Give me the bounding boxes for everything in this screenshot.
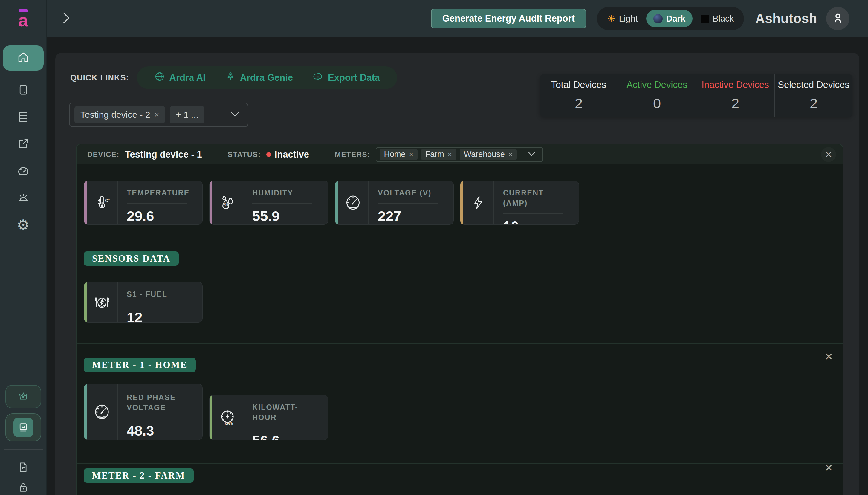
- section-divider: [76, 343, 843, 344]
- sidebar-item-data[interactable]: [16, 110, 30, 124]
- card-value: 12: [127, 309, 195, 323]
- device-chip: Testing device - 2 ×: [74, 106, 165, 123]
- theme-light-label: Light: [619, 14, 638, 23]
- card-accent: [335, 181, 338, 224]
- card-body: CURRENT (AMP) 10: [494, 181, 579, 224]
- quick-link-export-data[interactable]: Export Data: [313, 71, 380, 84]
- card-label: S1 - FUEL: [127, 289, 195, 300]
- card-label: RED PHASE VOLTAGE: [127, 392, 195, 413]
- logo-letter: a: [18, 13, 28, 28]
- stat-inactive-devices: Inactive Devices 2: [696, 74, 774, 117]
- quick-link-ardra-genie[interactable]: Ardra Genie: [225, 71, 293, 84]
- sidebar-divider: [4, 449, 43, 449]
- status-dot-icon: [266, 152, 271, 157]
- meter-chip-label: Warehouse: [464, 150, 505, 159]
- stat-value: 2: [731, 95, 739, 112]
- theme-option-black[interactable]: Black: [694, 10, 741, 27]
- sidebar-expand-button[interactable]: [60, 11, 72, 26]
- ardra-logo-icon: a: [18, 9, 28, 28]
- sidebar-item-settings[interactable]: ⚙: [16, 218, 30, 232]
- card-accent: [84, 282, 87, 322]
- remove-meter-chip-icon[interactable]: ×: [409, 150, 413, 159]
- meter-chip-warehouse: Warehouse ×: [460, 149, 517, 160]
- card-value: 56.6: [252, 432, 320, 440]
- svg-text:C°: C°: [105, 198, 110, 203]
- sidebar-item-docs[interactable]: [16, 461, 30, 475]
- sidebar-premium-button[interactable]: [5, 385, 41, 408]
- card-accent: [84, 181, 87, 224]
- device-chip-label: Testing device - 2: [81, 110, 150, 120]
- bot-icon: [14, 417, 33, 437]
- meter-chip-label: Farm: [425, 150, 444, 159]
- voltmeter-gauge-icon: [87, 384, 118, 440]
- remove-meter-chip-icon[interactable]: ×: [508, 150, 513, 159]
- more-devices-chip[interactable]: + 1 ...: [170, 106, 205, 123]
- theme-option-light[interactable]: ☀ Light: [600, 10, 645, 27]
- stat-value: 0: [653, 95, 661, 112]
- quick-link-label: Ardra AI: [170, 72, 206, 83]
- card-body: RED PHASE VOLTAGE 48.3: [118, 384, 203, 440]
- card-accent: [210, 395, 212, 440]
- sensors-data-badge: SENSORS DATA: [84, 251, 179, 266]
- svg-text:%: %: [224, 202, 228, 207]
- card-value: 227: [378, 208, 446, 224]
- svg-text:kWh: kWh: [225, 421, 233, 425]
- meter-chip-home: Home ×: [380, 149, 418, 160]
- card-accent: [460, 181, 463, 224]
- sidebar-item-monitoring[interactable]: [16, 165, 30, 178]
- card-rule: [252, 428, 312, 428]
- device-name: Testing device - 1: [125, 149, 202, 160]
- sidebar-assistant-button[interactable]: [5, 413, 41, 442]
- meters-multiselect[interactable]: Home × Farm × Warehouse ×: [376, 147, 543, 162]
- section-divider: [76, 463, 843, 464]
- card-rule: [252, 203, 312, 204]
- sidebar-item-export[interactable]: [16, 137, 30, 151]
- user-avatar[interactable]: [826, 7, 849, 30]
- logo[interactable]: a: [0, 0, 47, 37]
- globe-icon: [154, 71, 165, 84]
- card-label: VOLTAGE (V): [378, 188, 446, 198]
- alarm-icon: [17, 191, 30, 205]
- card-value: 10: [503, 218, 571, 225]
- sidebar-item-alerts[interactable]: [16, 191, 30, 205]
- sidebar-item-devices[interactable]: [16, 84, 30, 98]
- card-rule: [127, 418, 187, 419]
- card-label: KILOWATT-HOUR: [252, 402, 320, 423]
- theme-dark-label: Dark: [666, 14, 686, 23]
- stat-selected-devices: Selected Devices 2: [774, 74, 852, 117]
- server-icon: [17, 110, 30, 125]
- metric-card-temperature: C° TEMPERATURE 29.6: [84, 181, 203, 225]
- card-label: TEMPERATURE: [127, 188, 195, 198]
- stat-label: Inactive Devices: [701, 80, 769, 90]
- content-card: QUICK LINKS: Ardra AI Ardra Genie: [55, 53, 859, 495]
- more-devices-label: + 1 ...: [176, 110, 198, 120]
- device-panel-header: DEVICE: Testing device - 1 STATUS: Inact…: [76, 144, 843, 165]
- quick-link-ardra-ai[interactable]: Ardra AI: [154, 71, 206, 84]
- stat-value: 2: [575, 95, 583, 112]
- generate-energy-audit-report-button[interactable]: Generate Energy Audit Report: [431, 8, 586, 29]
- sidebar-item-security[interactable]: [16, 481, 30, 495]
- gear-icon: ⚙: [17, 218, 30, 232]
- remove-device-chip-icon[interactable]: ×: [154, 110, 159, 120]
- stat-total-devices: Total Devices 2: [540, 74, 618, 117]
- stat-label: Selected Devices: [778, 80, 849, 90]
- header-divider: [214, 150, 215, 160]
- meter-card-kilowatt-hour: kWh KILOWATT-HOUR 56.6: [209, 395, 328, 440]
- chevron-down-icon[interactable]: [230, 111, 240, 119]
- gauge-icon: [16, 164, 30, 178]
- device-multiselect[interactable]: Testing device - 2 × + 1 ...: [69, 103, 248, 127]
- remove-meter-chip-icon[interactable]: ×: [448, 150, 452, 159]
- card-value: 29.6: [127, 208, 195, 224]
- close-device-panel-button[interactable]: ✕: [821, 147, 836, 162]
- close-meter-1-button[interactable]: ✕: [824, 351, 833, 363]
- stat-active-devices: Active Devices 0: [618, 74, 696, 117]
- document-icon: [17, 461, 29, 475]
- chevron-down-icon[interactable]: [527, 151, 536, 158]
- chevron-right-icon: [62, 11, 71, 26]
- theme-option-dark[interactable]: Dark: [646, 10, 693, 27]
- card-accent: [84, 384, 87, 440]
- close-meter-2-button[interactable]: ✕: [824, 462, 833, 474]
- quick-link-label: Ardra Genie: [240, 72, 293, 83]
- sidebar-item-home[interactable]: [3, 46, 44, 70]
- sun-icon: ☀: [607, 13, 615, 24]
